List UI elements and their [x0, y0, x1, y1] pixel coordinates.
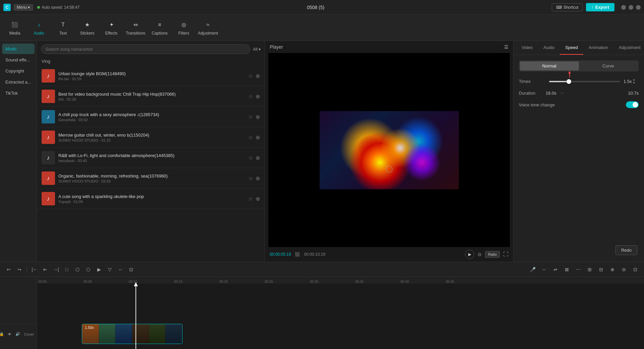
split-end-button[interactable]: →| — [51, 265, 61, 274]
favorite-button[interactable]: ☆ — [248, 155, 253, 161]
song-title: Urban lounge style BGM(1148490) — [58, 71, 245, 76]
project-title: 0508 (5) — [79, 5, 551, 10]
voice-tone-toggle[interactable] — [626, 101, 639, 108]
song-actions: ☆ ⊕ — [248, 175, 260, 182]
tab-adjustment[interactable]: Adjustment — [613, 41, 644, 55]
list-item[interactable]: ♪ Merrow guitar chill out, winter, emo b… — [37, 127, 265, 148]
toolbar-item-text[interactable]: T Text — [51, 16, 75, 39]
times-decrement[interactable]: ▼ — [633, 82, 636, 85]
list-item[interactable]: ♪ Best for video background music Chill … — [37, 86, 265, 107]
redo-tl-button[interactable]: ↪ — [15, 265, 24, 274]
zoom-in-button[interactable]: ⇌ — [551, 265, 560, 274]
crop-button[interactable]: □ — [62, 265, 71, 274]
times-slider[interactable] — [549, 81, 620, 82]
main-content: Music Sound effe... Copyright Extracted … — [0, 41, 644, 262]
times-slider-thumb[interactable] — [567, 79, 571, 84]
minimize-button[interactable] — [621, 5, 626, 10]
thumb-seg-3 — [115, 324, 132, 344]
cover-text: Cover — [24, 332, 34, 336]
audio-icon-tl[interactable]: 🔊 — [15, 331, 21, 337]
close-button[interactable] — [636, 5, 641, 10]
undo-button[interactable]: ↩ — [4, 265, 13, 274]
favorite-button[interactable]: ☆ — [248, 175, 253, 182]
download-button[interactable]: ⊕ — [256, 134, 260, 141]
shortcut-button[interactable]: ⌨ Shortcut — [552, 3, 583, 11]
settings-tl-button[interactable]: ⊡ — [631, 265, 640, 274]
total-time: 00:00:10:19 — [304, 252, 325, 257]
sidebar-item-tiktok[interactable]: TikTok — [2, 88, 35, 98]
sidebar-item-extracted[interactable]: Extracted a... — [2, 77, 35, 87]
zoom-in-tl-button[interactable]: ⊞ — [585, 265, 594, 274]
add-track-button[interactable]: ⊕ — [608, 265, 617, 274]
redo-button[interactable]: Redo — [615, 245, 637, 255]
player-settings-button[interactable]: ⊙ — [478, 252, 482, 257]
eye-icon-tl[interactable]: 👁 — [7, 331, 13, 337]
export-button[interactable]: ↑ Export — [586, 3, 614, 11]
play-button[interactable]: ▶ — [465, 250, 474, 259]
favorite-button[interactable]: ☆ — [248, 73, 253, 79]
zoom-out-tl-button[interactable]: ⊟ — [596, 265, 606, 274]
ratio-button[interactable]: Ratio — [485, 251, 500, 258]
sidebar-item-sound-effects[interactable]: Sound effe... — [2, 55, 35, 65]
tab-video[interactable]: Video — [516, 41, 538, 55]
download-button[interactable]: ⊕ — [256, 73, 260, 79]
download-button[interactable]: ⊕ — [256, 155, 260, 161]
filters-icon: ◎ — [179, 20, 189, 30]
flip-button[interactable]: ⊡ — [126, 265, 136, 274]
list-item[interactable]: ♪ Organic, fashionable, morning, refresh… — [37, 168, 265, 189]
download-button[interactable]: ⊕ — [256, 175, 260, 182]
sidebar-item-copyright[interactable]: Copyright — [2, 66, 35, 76]
tab-speed[interactable]: Speed — [560, 41, 583, 55]
speed-tab-curve[interactable]: Curve — [579, 61, 638, 70]
ruler-mark-1: 00:05 — [82, 280, 127, 284]
trim-button[interactable]: ↔ — [116, 265, 125, 274]
speed-tab-normal[interactable]: Normal — [520, 61, 579, 70]
search-input[interactable] — [41, 44, 250, 54]
toolbar-item-captions[interactable]: ≡ Captions — [148, 16, 172, 39]
lock-icon-tl[interactable]: 🔒 — [0, 331, 5, 337]
player-menu-icon[interactable]: ☰ — [504, 44, 508, 50]
favorite-button[interactable]: ☆ — [248, 114, 253, 120]
split-start-button[interactable]: |← — [30, 265, 39, 274]
more-button[interactable]: ⋯ — [574, 265, 583, 274]
maximize-button[interactable] — [629, 5, 633, 10]
favorite-button[interactable]: ☆ — [248, 93, 253, 100]
download-button[interactable]: ⊕ — [256, 93, 260, 100]
remove-track-button[interactable]: ⊖ — [619, 265, 629, 274]
times-increment[interactable]: ▲ — [633, 78, 636, 81]
player-controls: 00:00:05:19 ⬛ 00:00:10:19 ▶ ⊙ Ratio ⛶ — [265, 247, 513, 262]
cut-button[interactable]: ⊠ — [562, 265, 572, 274]
toolbar-item-audio[interactable]: ♪ Audio — [27, 16, 51, 39]
sidebar-item-music[interactable]: Music — [2, 44, 35, 54]
speed-tl-button[interactable]: ▽ — [105, 265, 114, 274]
toolbar-item-effects[interactable]: ✦ Effects — [99, 16, 123, 39]
tab-audio[interactable]: Audio — [538, 41, 560, 55]
download-button[interactable]: ⊕ — [256, 196, 260, 202]
favorite-button[interactable]: ☆ — [248, 196, 253, 202]
list-item[interactable]: ♪ A cute song with a sparkling ukulele-l… — [37, 189, 265, 209]
toolbar-item-filters[interactable]: ◎ Filters — [172, 16, 196, 39]
menu-button[interactable]: Menu ▾ — [13, 4, 33, 11]
sticker-tl-button[interactable]: ⬡ — [84, 265, 93, 274]
zoom-fit-button[interactable]: ↔ — [539, 265, 549, 274]
download-button[interactable]: ⊕ — [256, 114, 260, 120]
favorite-button[interactable]: ☆ — [248, 134, 253, 141]
fullscreen-button[interactable]: ⛶ — [503, 251, 508, 257]
tab-animation[interactable]: Animation — [583, 41, 613, 55]
list-item[interactable]: ♪ Urban lounge style BGM(1148490) Re-lax… — [37, 66, 265, 86]
text-icon: T — [58, 20, 68, 30]
current-time: 00:00:05:19 — [270, 252, 291, 257]
filter-tag[interactable]: All ▾ — [253, 47, 261, 52]
mic-button[interactable]: 🎤 — [528, 265, 537, 274]
split-button[interactable]: ⇤ — [41, 265, 50, 274]
play-tl-button[interactable]: ▶ — [94, 265, 104, 274]
times-label: Times — [519, 79, 546, 84]
toolbar-item-stickers[interactable]: ★ Stickers — [75, 16, 99, 39]
list-item[interactable]: ♪ R&B with Lo-Fi, light and comfortable … — [37, 148, 265, 168]
toolbar-item-adjustment[interactable]: ≈ Adjustment — [196, 16, 220, 39]
freeze-button[interactable]: ⬠ — [73, 265, 82, 274]
toolbar-item-transitions[interactable]: ⇔ Transitions — [123, 16, 148, 39]
video-track[interactable]: 1.50x — [82, 324, 182, 344]
list-item[interactable]: ♪ A chill pop truck with a sexy atmosphe… — [37, 107, 265, 127]
toolbar-item-media[interactable]: ⬛ Media — [3, 16, 27, 39]
